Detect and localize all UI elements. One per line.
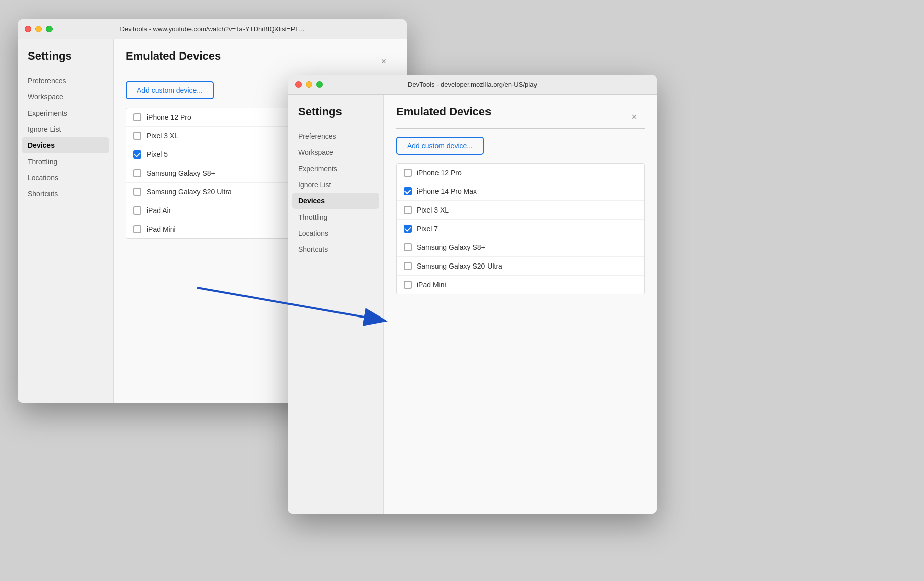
sidebar-item-devices-2[interactable]: Devices — [292, 193, 379, 209]
sidebar-title-2: Settings — [288, 105, 383, 128]
sidebar-title-1: Settings — [18, 49, 113, 73]
add-custom-device-button-2[interactable]: Add custom device... — [396, 137, 484, 155]
sidebar-item-preferences-2[interactable]: Preferences — [288, 128, 383, 144]
checkbox-samsungs20-2[interactable] — [404, 262, 412, 270]
device-label-pixel5-1: Pixel 5 — [147, 150, 168, 159]
maximize-button-2[interactable] — [316, 81, 323, 88]
device-ipadmini-2[interactable]: iPad Mini — [397, 276, 644, 294]
device-label-pixel3xl-2: Pixel 3 XL — [417, 206, 449, 214]
device-iphone14promax-2[interactable]: iPhone 14 Pro Max — [397, 182, 644, 201]
device-label-pixel7-2: Pixel 7 — [417, 225, 438, 233]
device-label-ipadair-1: iPad Air — [147, 206, 171, 215]
sidebar-item-shortcuts-1[interactable]: Shortcuts — [18, 186, 113, 202]
device-samsungs8-2[interactable]: Samsung Galaxy S8+ — [397, 238, 644, 257]
checkbox-iphone12pro-2[interactable] — [404, 169, 412, 177]
checkbox-ipadair-1[interactable] — [133, 206, 141, 215]
sidebar-item-workspace-2[interactable]: Workspace — [288, 144, 383, 161]
checkbox-ipadmini-1[interactable] — [133, 225, 141, 233]
sidebar-item-experiments-2[interactable]: Experiments — [288, 161, 383, 177]
minimize-button-1[interactable] — [35, 26, 42, 32]
content-panel-2: Emulated Devices × Add custom device... … — [384, 95, 657, 514]
sidebar-item-experiments-1[interactable]: Experiments — [18, 105, 113, 121]
device-label-iphone12pro-1: iPhone 12 Pro — [147, 113, 191, 121]
window-2: DevTools - developer.mozilla.org/en-US/p… — [288, 75, 657, 514]
device-label-samsungs8-1: Samsung Galaxy S8+ — [147, 169, 215, 177]
checkbox-pixel7-2[interactable] — [404, 225, 412, 233]
checkbox-pixel3xl-2[interactable] — [404, 206, 412, 214]
maximize-button-1[interactable] — [46, 26, 53, 32]
device-iphone12pro-2[interactable]: iPhone 12 Pro — [397, 164, 644, 182]
divider-2 — [396, 128, 645, 129]
titlebar-text-2: DevTools - developer.mozilla.org/en-US/p… — [408, 81, 537, 88]
settings-body-2: Settings Preferences Workspace Experimen… — [288, 95, 657, 514]
sidebar-item-ignorelist-2[interactable]: Ignore List — [288, 177, 383, 193]
sidebar-item-workspace-1[interactable]: Workspace — [18, 89, 113, 105]
panel-title-1: Emulated Devices — [126, 49, 221, 63]
device-label-pixel3xl-1: Pixel 3 XL — [147, 132, 178, 140]
checkbox-samsungs20-1[interactable] — [133, 188, 141, 196]
device-pixel3xl-2[interactable]: Pixel 3 XL — [397, 201, 644, 220]
titlebar-1: DevTools - www.youtube.com/watch?v=Ta-YT… — [18, 19, 407, 39]
sidebar-1: Settings Preferences Workspace Experimen… — [18, 39, 114, 403]
device-list-2: iPhone 12 Pro iPhone 14 Pro Max Pixel 3 … — [396, 163, 645, 294]
sidebar-item-throttling-2[interactable]: Throttling — [288, 209, 383, 225]
close-icon-1[interactable]: × — [381, 57, 386, 66]
checkbox-samsungs8-2[interactable] — [404, 243, 412, 251]
device-label-samsungs20-1: Samsung Galaxy S20 Ultra — [147, 188, 232, 196]
checkbox-pixel5-1[interactable] — [133, 150, 141, 159]
titlebar-text-1: DevTools - www.youtube.com/watch?v=Ta-YT… — [120, 25, 305, 33]
add-custom-device-button-1[interactable]: Add custom device... — [126, 81, 214, 99]
sidebar-2: Settings Preferences Workspace Experimen… — [288, 95, 384, 514]
device-label-iphone12pro-2: iPhone 12 Pro — [417, 169, 462, 177]
close-button-1[interactable] — [25, 26, 31, 32]
traffic-lights-2 — [295, 81, 323, 88]
device-label-samsungs8-2: Samsung Galaxy S8+ — [417, 243, 485, 251]
sidebar-item-ignorelist-1[interactable]: Ignore List — [18, 121, 113, 137]
checkbox-pixel3xl-1[interactable] — [133, 132, 141, 140]
divider-1 — [126, 73, 395, 73]
device-label-ipadmini-2: iPad Mini — [417, 281, 446, 289]
device-samsungs20-2[interactable]: Samsung Galaxy S20 Ultra — [397, 257, 644, 276]
device-pixel7-2[interactable]: Pixel 7 — [397, 220, 644, 238]
sidebar-item-throttling-1[interactable]: Throttling — [18, 153, 113, 170]
sidebar-item-locations-2[interactable]: Locations — [288, 225, 383, 241]
traffic-lights-1 — [25, 26, 53, 32]
checkbox-samsungs8-1[interactable] — [133, 169, 141, 177]
checkbox-ipadmini-2[interactable] — [404, 281, 412, 289]
minimize-button-2[interactable] — [306, 81, 312, 88]
close-button-2[interactable] — [295, 81, 302, 88]
titlebar-2: DevTools - developer.mozilla.org/en-US/p… — [288, 75, 657, 95]
checkbox-iphone12pro-1[interactable] — [133, 113, 141, 121]
sidebar-item-locations-1[interactable]: Locations — [18, 170, 113, 186]
close-icon-2[interactable]: × — [631, 112, 637, 121]
sidebar-item-preferences-1[interactable]: Preferences — [18, 73, 113, 89]
panel-title-2: Emulated Devices — [396, 105, 491, 118]
device-label-samsungs20-2: Samsung Galaxy S20 Ultra — [417, 262, 502, 270]
checkbox-iphone14promax-2[interactable] — [404, 187, 412, 195]
sidebar-item-shortcuts-2[interactable]: Shortcuts — [288, 241, 383, 257]
sidebar-item-devices-1[interactable]: Devices — [22, 137, 109, 153]
device-label-iphone14promax-2: iPhone 14 Pro Max — [417, 187, 477, 195]
device-label-ipadmini-1: iPad Mini — [147, 225, 176, 233]
